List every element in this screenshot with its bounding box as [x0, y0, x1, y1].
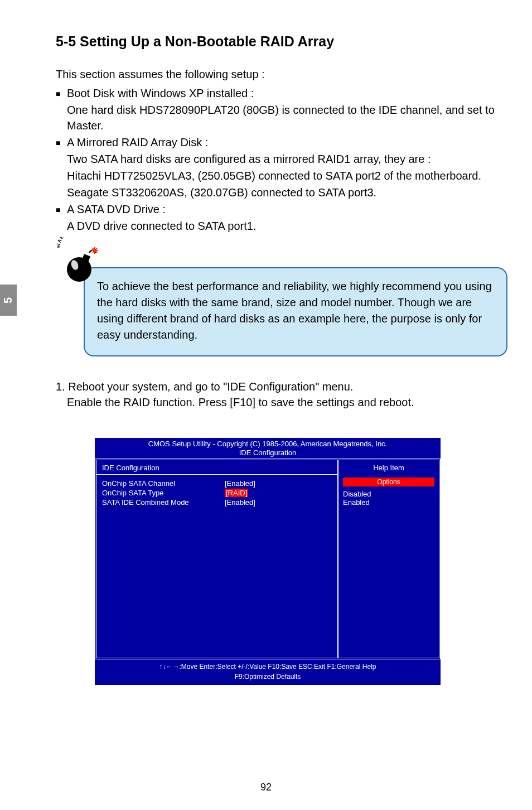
bios-setting-row[interactable]: SATA IDE Combined Mode [Enabled]	[102, 498, 332, 507]
step-1: 1. Reboot your system, and go to "IDE Co…	[56, 379, 502, 394]
bios-footer: ↑↓←→:Move Enter:Select +/-/:Value F10:Sa…	[95, 659, 441, 685]
bullet-line: A DVD drive connected to SATA port1.	[67, 218, 502, 234]
bullet-head: Boot Disk with Windows XP installed :	[67, 85, 502, 101]
bullet-head: A Mirrored RAID Array Disk :	[67, 134, 502, 150]
bios-left-panel: IDE Configuration OnChip SATA Channel [E…	[96, 460, 338, 658]
bios-footer-line1: ↑↓←→:Move Enter:Select +/-/:Value F10:Sa…	[95, 662, 441, 672]
bios-divider	[96, 474, 337, 475]
bullet-item: ■ Boot Disk with Windows XP installed :	[56, 85, 502, 101]
bios-title: CMOS Setup Utility - Copyright (C) 1985-…	[95, 438, 441, 449]
section-heading: 5-5 Setting Up a Non-Bootable RAID Array	[56, 33, 502, 50]
callout-text: To achieve the best performance and reli…	[97, 280, 492, 341]
bullet-item: ■ A Mirrored RAID Array Disk :	[56, 134, 502, 150]
bios-footer-line2: F9:Optimized Defaults	[95, 672, 441, 682]
bullet-item: ■ A SATA DVD Drive :	[56, 201, 502, 217]
bullet-marker: ■	[56, 134, 67, 150]
bullet-line: One hard disk HDS728090PLAT20 (80GB) is …	[67, 102, 502, 133]
page-content: 5-5 Setting Up a Non-Bootable RAID Array…	[56, 33, 502, 685]
bios-setting-label: OnChip SATA Type	[102, 489, 225, 497]
bios-subtitle: IDE Configuration	[95, 449, 441, 459]
bios-screenshot: CMOS Setup Utility - Copyright (C) 1985-…	[95, 438, 441, 685]
bullet-marker: ■	[56, 85, 67, 101]
bios-option[interactable]: Disabled	[343, 490, 434, 498]
bios-setting-row[interactable]: OnChip SATA Type [RAID]	[102, 489, 332, 497]
bullet-marker: ■	[56, 201, 67, 217]
bios-setting-value: [Enabled]	[225, 479, 255, 488]
chapter-side-tab: 5	[0, 285, 17, 316]
bullet-head: A SATA DVD Drive :	[67, 201, 502, 217]
bios-setting-value: [Enabled]	[225, 498, 255, 507]
bullet-line: Seagate ST3320620AS, (320.07GB) connecte…	[67, 185, 502, 200]
bullet-line: Hitachi HDT725025VLA3, (250.05GB) connec…	[67, 168, 502, 184]
bios-setting-label: OnChip SATA Channel	[102, 479, 225, 488]
bios-right-panel: Help Item Options Disabled Enabled	[338, 460, 439, 658]
bios-setting-value-selected: [RAID]	[225, 489, 248, 497]
chapter-number: 5	[2, 297, 15, 303]
bomb-icon	[62, 244, 101, 283]
bios-setting-label: SATA IDE Combined Mode	[102, 498, 225, 507]
bios-main-box: IDE Configuration OnChip SATA Channel [E…	[95, 459, 441, 659]
step-1-body: Enable the RAID function. Press [F10] to…	[67, 394, 502, 410]
intro-text: This section assumes the following setup…	[56, 66, 502, 82]
bios-setting-row[interactable]: OnChip SATA Channel [Enabled]	[102, 479, 332, 488]
page-number: 92	[0, 782, 532, 793]
bios-help-title: Help Item	[343, 464, 434, 472]
bios-panel-header: IDE Configuration	[102, 464, 332, 472]
warning-callout: To achieve the best performance and reli…	[84, 267, 507, 356]
bullet-line: Two SATA hard disks are configured as a …	[67, 151, 502, 167]
bios-options-header: Options	[343, 478, 434, 486]
bios-option[interactable]: Enabled	[343, 498, 434, 507]
